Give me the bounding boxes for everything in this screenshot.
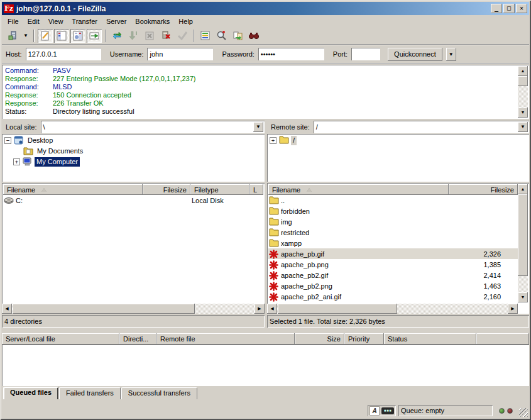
scroll-thumb[interactable] [13,304,195,314]
tree-item-root[interactable]: + / [270,135,529,146]
list-item-selected[interactable]: apache_pb.gif 2,326 [268,248,518,259]
host-input[interactable]: 127.0.0.1 [26,48,101,60]
quickconnect-dropdown[interactable]: ▼ [446,48,456,61]
local-site-bar: Local site: \ ▼ [2,120,265,133]
list-item[interactable]: img [268,216,518,227]
column-filesize[interactable]: Filesize [449,184,518,195]
column-remote-file[interactable]: Remote file [156,333,295,345]
tab-successful-transfers[interactable]: Successful transfers [121,387,197,399]
statusbar-indicators: A ▪▪▪ [368,405,396,416]
port-input[interactable] [351,48,380,60]
tab-failed-transfers[interactable]: Failed transfers [59,387,121,399]
collapse-icon[interactable]: − [4,137,11,144]
sync-browsing-icon[interactable] [230,29,245,43]
list-item[interactable]: forbidden [268,206,518,216]
status-bar: A ▪▪▪ Queue: empty [2,403,529,418]
list-item[interactable]: .. [268,195,518,206]
toggle-local-tree-icon[interactable] [54,29,69,43]
scroll-right-icon[interactable]: ▶ [255,304,265,314]
activity-leds [495,408,517,414]
remote-vscrollbar[interactable]: ▲ ▼ [518,184,528,302]
tree-item-desktop[interactable]: − Desktop [4,135,265,146]
remote-hscrollbar[interactable]: ◀ ▶ [267,304,518,314]
column-server-local-file[interactable]: Server/Local file [2,333,119,345]
list-item[interactable]: apache_pb2.gif 2,414 [268,270,518,280]
toolbar-separator [33,30,35,42]
column-size[interactable]: Size [295,333,344,345]
tree-item-my-computer[interactable]: + My Computer [4,157,265,167]
list-item[interactable]: apache_pb2.png 1,463 [268,280,518,291]
remote-list-rows: .. forbidden img restricted xampp [268,195,518,302]
expand-icon[interactable]: + [270,137,276,144]
process-queue-icon[interactable] [126,29,141,43]
tree-item-my-documents[interactable]: My Documents [4,146,265,157]
remote-site-combo[interactable]: / ▼ [314,121,529,133]
password-input[interactable]: •••••• [258,48,324,60]
local-site-combo[interactable]: \ ▼ [41,121,265,133]
list-item-drive-c[interactable]: C: Local Disk [3,195,263,206]
username-input[interactable]: john [147,48,213,60]
menu-help[interactable]: Help [174,16,197,26]
cancel-icon[interactable] [142,29,157,43]
local-hscrollbar[interactable]: ◀ ▶ [2,304,265,314]
scroll-thumb[interactable] [278,304,397,314]
scroll-left-icon[interactable]: ◀ [2,304,12,314]
chevron-down-icon[interactable]: ▼ [518,122,528,132]
filter-icon[interactable] [197,29,212,43]
refresh-icon[interactable] [109,29,124,43]
column-filesize[interactable]: Filesize [143,184,190,195]
chevron-down-icon[interactable]: ▼ [253,122,263,132]
image-file-icon [269,260,279,269]
site-manager-icon[interactable] [5,29,20,43]
scroll-thumb[interactable] [518,194,528,276]
speedlimit-indicator-icon[interactable]: ▪▪▪ [381,407,394,414]
find-files-icon[interactable] [246,29,261,43]
expand-icon[interactable]: + [13,158,20,165]
log-scrollbar[interactable]: ▲ ▼ [518,66,528,118]
local-site-label: Local site: [2,123,41,131]
maximize-button[interactable]: □ [503,4,515,13]
site-manager-dropdown[interactable]: ▼ [21,29,30,43]
toolbar-separator [193,30,194,42]
scroll-left-icon[interactable]: ◀ [267,304,277,314]
column-filename[interactable]: Filename [268,184,449,195]
close-button[interactable]: ✕ [516,4,527,13]
column-status[interactable]: Status [384,333,476,345]
list-item[interactable]: restricted [268,227,518,238]
title-bar[interactable]: Fz john@127.0.0.1 - FileZilla _ □ ✕ [2,2,529,15]
quickconnect-button[interactable]: Quickconnect [388,48,442,61]
reconnect-icon[interactable] [175,29,190,43]
menu-server[interactable]: Server [102,16,131,26]
window-title: john@127.0.0.1 - FileZilla [16,4,491,13]
column-priority[interactable]: Priority [344,333,384,345]
list-item[interactable]: xampp [268,238,518,248]
menu-view[interactable]: View [44,16,68,26]
column-filename[interactable]: Filename [3,184,143,195]
toggle-queue-icon[interactable] [87,29,102,43]
list-item[interactable]: apache_pb.png 1,385 [268,259,518,270]
disconnect-icon[interactable] [158,29,173,43]
menu-file[interactable]: File [3,16,23,26]
list-item[interactable]: apache_pb2_ani.gif 2,160 [268,291,518,302]
column-direction[interactable]: Directi... [119,333,156,345]
image-file-icon [269,271,279,280]
scroll-down-icon[interactable]: ▼ [518,108,528,118]
datatype-indicator-icon[interactable]: A [370,406,380,416]
toggle-remote-tree-icon[interactable] [70,29,85,43]
tab-queued-files[interactable]: Queued files [3,387,58,399]
column-last-modified[interactable]: L [249,184,263,195]
resize-grip[interactable] [519,408,528,417]
menu-bookmarks[interactable]: Bookmarks [131,16,174,26]
scroll-up-icon[interactable]: ▲ [518,184,528,194]
scroll-up-icon[interactable]: ▲ [518,66,528,76]
column-filetype[interactable]: Filetype [190,184,249,195]
menu-transfer[interactable]: Transfer [67,16,102,26]
scroll-down-icon[interactable]: ▼ [518,292,528,302]
menu-edit[interactable]: Edit [23,16,44,26]
filezilla-logo-icon: Fz [4,4,14,13]
scroll-right-icon[interactable]: ▶ [508,304,518,314]
minimize-button[interactable]: _ [491,4,502,13]
toggle-log-icon[interactable] [38,29,53,43]
scroll-thumb[interactable] [518,76,528,86]
compare-icon[interactable] [214,29,229,43]
